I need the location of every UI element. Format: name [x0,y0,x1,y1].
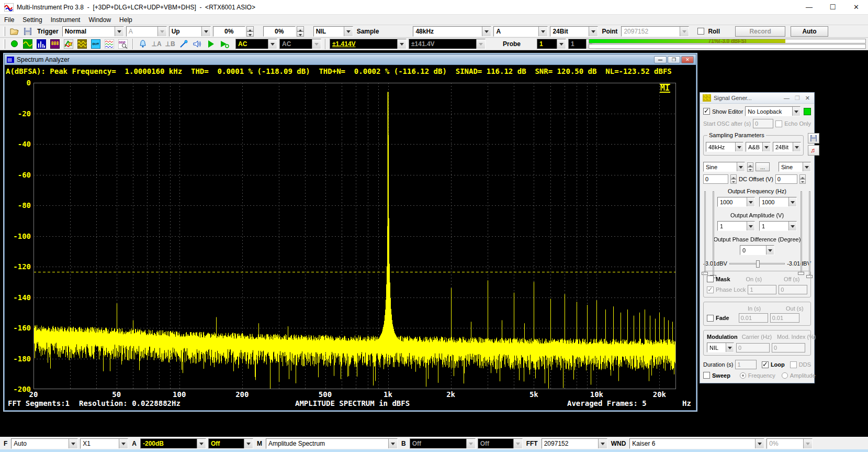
minimize-button[interactable]: — [797,0,821,15]
waveform-a-select[interactable]: Sine [703,162,745,172]
menu-window[interactable]: Window [84,15,115,25]
chevron-down-icon[interactable] [397,39,406,49]
frequency-a-select[interactable]: 1000 [717,197,755,207]
trigger-edge-select[interactable]: Up [169,26,211,37]
chevron-down-icon[interactable] [803,162,810,171]
sample-channel-select[interactable]: A [493,26,548,37]
balance-slider[interactable] [729,263,785,264]
siggen-titlebar[interactable]: Signal Gener... — ❐ ✕ [700,93,814,104]
fade-checkbox[interactable] [707,315,714,322]
a-shift-select[interactable]: Off [208,438,253,449]
trigger-mode-select[interactable]: Normal [62,26,124,37]
fft-size-select[interactable]: 2097152 [542,438,607,449]
slider-handle[interactable] [756,260,760,268]
chevron-down-icon[interactable] [726,343,734,352]
save-signal-button[interactable] [808,133,819,144]
amplitude-slider-a1[interactable] [704,191,706,275]
save-panel-setting-icon[interactable] [22,26,33,37]
frequency-b-select[interactable]: 1000 [759,197,797,207]
chevron-down-icon[interactable] [115,27,123,36]
spectrum-maximize-button[interactable]: ❐ [668,56,680,63]
siggen-maximize-button[interactable]: ❐ [795,95,800,102]
chevron-down-icon[interactable] [737,162,745,171]
chevron-down-icon[interactable] [388,439,397,448]
amplitude-a-select[interactable]: 1 [717,221,755,231]
close-button[interactable]: ✕ [844,0,868,15]
chevron-down-icon[interactable] [244,439,253,448]
alarm-bell-icon[interactable] [137,38,149,50]
siggen-minimize-button[interactable]: — [784,95,790,102]
show-editor-checkbox[interactable] [703,108,710,115]
spectrum-minimize-button[interactable]: — [654,56,667,63]
chevron-down-icon[interactable] [344,27,353,36]
multimeter-icon[interactable]: 888 [49,38,61,50]
siggen-channels-select[interactable]: A&B [746,142,771,152]
chevron-down-icon[interactable] [69,439,77,448]
trigger-hpf-select[interactable]: NIL [313,26,353,37]
chevron-down-icon[interactable] [793,142,801,151]
roll-checkbox[interactable] [697,28,704,35]
x-zoom-select[interactable]: X1 [80,438,128,449]
chevron-down-icon[interactable] [482,27,491,36]
sound-output-icon[interactable] [191,38,203,50]
modulation-type-select[interactable]: NIL [707,343,734,352]
spectrum-plot[interactable] [33,83,676,389]
menu-instrument[interactable]: Instrument [47,15,85,25]
trigger-delay-stepper[interactable]: 0% [263,26,304,37]
bit-depth-select[interactable]: 24Bit [550,26,598,37]
chevron-down-icon[interactable] [766,246,774,255]
waveform-a-stepper[interactable] [747,162,753,172]
chevron-down-icon[interactable] [557,39,566,49]
menu-setting[interactable]: Setting [18,15,46,25]
chevron-down-icon[interactable] [589,27,598,36]
view-mode-select[interactable]: Amplitude Spectrum [266,438,398,449]
frequency-axis-select[interactable]: Auto [11,438,78,449]
chevron-down-icon[interactable] [788,222,796,230]
device-test-plan-icon[interactable]: DUT [90,38,102,50]
spectrum-analyzer-icon[interactable] [36,38,47,50]
up-down-buttons[interactable] [297,26,304,37]
chevron-down-icon[interactable] [119,439,128,448]
maximize-button[interactable]: ☐ [821,0,844,15]
spectrum-close-button[interactable]: ✕ [681,56,694,63]
coupling-a-select[interactable]: AC [235,39,277,49]
menu-file[interactable]: File [0,15,18,25]
siggen-close-button[interactable]: ✕ [805,95,810,102]
dc-offset-b-input[interactable]: 0 [775,174,797,184]
chevron-down-icon[interactable] [792,107,800,116]
range-a-select[interactable]: ±1.414V [330,39,407,49]
amplitude-slider-b1[interactable] [801,191,802,275]
chevron-down-icon[interactable] [755,439,764,448]
signal-generator-icon[interactable] [76,38,88,50]
play-record-icon[interactable] [219,38,230,50]
output-on-indicator[interactable] [804,108,811,115]
run-stop-icon[interactable] [8,38,20,50]
chevron-down-icon[interactable] [538,27,547,36]
ddp-viewer-icon[interactable]: DDP [117,38,129,50]
spectrum-titlebar[interactable]: Spectrum Analyzer — ❐ ✕ [5,54,696,65]
chevron-down-icon[interactable] [762,142,770,151]
loop-checkbox[interactable] [762,361,769,368]
more-waveform-button[interactable]: ... [756,162,770,171]
chevron-down-icon[interactable] [747,222,754,230]
open-panel-setting-icon[interactable] [8,26,20,37]
up-down-buttons[interactable] [246,26,254,37]
play-icon[interactable] [205,38,217,50]
amplitude-b-select[interactable]: 1 [759,221,797,231]
chevron-down-icon[interactable] [788,197,796,206]
siggen-bits-select[interactable]: 24Bit [773,142,801,152]
marker-a-icon[interactable]: ⊥A [151,38,162,50]
siggen-rate-select[interactable]: 48kHz [706,142,743,152]
probe-a-select[interactable]: 1 [537,39,566,49]
menu-help[interactable]: Help [115,15,137,25]
oscilloscope-icon[interactable] [22,38,33,50]
sweep-checkbox[interactable] [703,372,710,379]
loopback-select[interactable]: No Loopback [745,106,801,116]
waveform-b-select[interactable]: Sine [779,162,811,172]
amplitude-slider-b2[interactable] [809,191,810,275]
chevron-down-icon[interactable] [598,439,607,448]
chevron-down-icon[interactable] [197,439,206,448]
calibration-probe-icon[interactable] [178,38,189,50]
sample-rate-select[interactable]: 48kHz [413,26,491,37]
auto-button[interactable]: Auto [791,26,828,37]
